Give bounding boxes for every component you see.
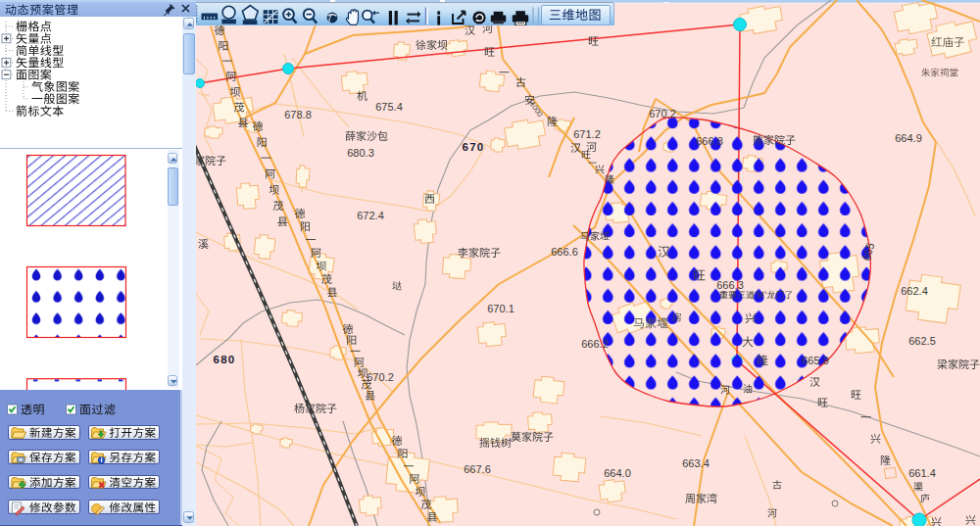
svg-text:664.0: 664.0 <box>604 467 631 479</box>
svg-text:664.9: 664.9 <box>895 132 922 144</box>
svg-text:662.4: 662.4 <box>901 285 928 297</box>
svg-text:666.3: 666.3 <box>716 279 744 291</box>
svg-text:661.4: 661.4 <box>908 467 936 479</box>
svg-text:666.8: 666.8 <box>696 135 723 147</box>
svg-text:670.2: 670.2 <box>649 108 676 120</box>
svg-text:663.4: 663.4 <box>682 457 710 469</box>
svg-text:670.2: 670.2 <box>367 371 394 383</box>
svg-text:680.3: 680.3 <box>347 147 374 159</box>
svg-text:666.2: 666.2 <box>581 338 609 350</box>
svg-text:667.6: 667.6 <box>464 463 491 475</box>
svg-text:670.1: 670.1 <box>487 303 514 314</box>
svg-text:666.6: 666.6 <box>551 246 578 258</box>
svg-text:680: 680 <box>213 354 235 365</box>
svg-text:672.4: 672.4 <box>357 210 384 221</box>
svg-text:662.5: 662.5 <box>908 335 936 347</box>
svg-text:665.9: 665.9 <box>802 355 829 366</box>
svg-text:678.8: 678.8 <box>284 109 312 120</box>
svg-text:671.2: 671.2 <box>573 128 601 140</box>
svg-text:670: 670 <box>462 141 484 153</box>
svg-text:675.4: 675.4 <box>375 101 403 113</box>
